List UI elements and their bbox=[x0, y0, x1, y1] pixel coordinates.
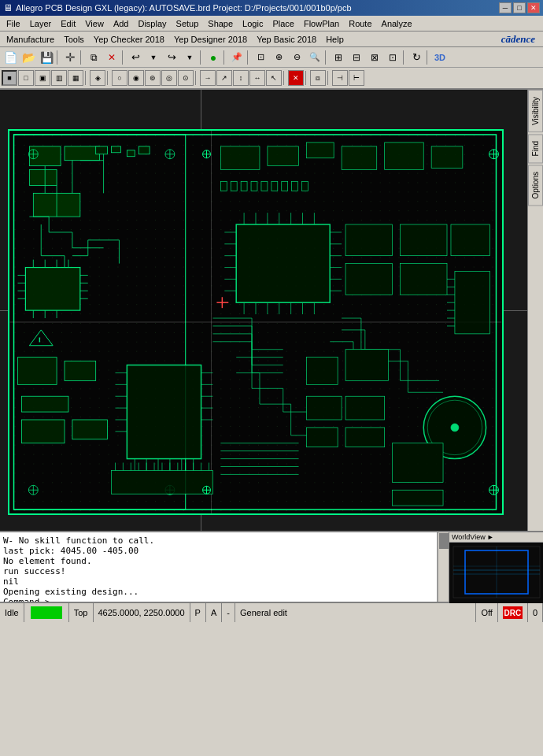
drc-indicator[interactable]: DRC bbox=[503, 606, 523, 619]
menu-view[interactable]: View bbox=[80, 17, 109, 30]
redo-down-button[interactable]: ▼ bbox=[181, 49, 198, 66]
menu-display[interactable]: Display bbox=[133, 17, 171, 30]
worldview-panel: WorldView ► bbox=[449, 532, 543, 602]
svg-rect-18 bbox=[127, 150, 135, 157]
status-drc: DRC bbox=[498, 603, 528, 622]
toolbar-1: 📄 📂 💾 ✛ ⧉ ✕ ↩ ▼ ↪ ▼ ● 📌 ⊡ ⊕ ⊖ 🔍 ⊞ ⊟ ⊠ ⊡ … bbox=[0, 47, 543, 68]
tb2-btn-14[interactable]: ↕ bbox=[233, 70, 249, 86]
open-button[interactable]: 📂 bbox=[20, 49, 37, 66]
svg-rect-90 bbox=[342, 146, 377, 170]
tb2-sep-4 bbox=[283, 71, 286, 85]
menu-tools[interactable]: Tools bbox=[59, 33, 89, 46]
menu-add[interactable]: Add bbox=[109, 17, 134, 30]
tb2-btn-3[interactable]: ▣ bbox=[35, 70, 50, 86]
status-off: Off bbox=[476, 603, 497, 622]
menu-logic[interactable]: Logic bbox=[238, 17, 268, 30]
tb2-btn-7[interactable]: ○ bbox=[112, 70, 127, 86]
sep-5 bbox=[223, 50, 227, 65]
svg-rect-183 bbox=[449, 543, 543, 602]
menu-yep-basic[interactable]: Yep Basic 2018 bbox=[252, 33, 321, 46]
tb2-btn-9[interactable]: ⊚ bbox=[145, 70, 161, 86]
zoom-next-button[interactable]: ⊡ bbox=[384, 49, 401, 66]
visibility-tab[interactable]: Visibility bbox=[528, 90, 543, 132]
find-tab[interactable]: Find bbox=[528, 134, 543, 163]
svg-rect-129 bbox=[345, 224, 393, 256]
ratsnest-button[interactable]: ● bbox=[205, 49, 222, 66]
copy-button[interactable]: ⧉ bbox=[85, 49, 102, 66]
zoom-fit-button[interactable]: ⊡ bbox=[252, 49, 269, 66]
zoom-out-button[interactable]: ⊖ bbox=[288, 49, 305, 66]
sep-8 bbox=[403, 50, 406, 65]
undo-button[interactable]: ↩ bbox=[127, 49, 144, 66]
zoom-pan-button[interactable]: ⊞ bbox=[330, 49, 347, 66]
3d-button[interactable]: 3D bbox=[431, 49, 449, 66]
maximize-button[interactable]: □ bbox=[513, 2, 526, 13]
tb2-btn-18[interactable]: ⊣ bbox=[332, 70, 348, 86]
tb2-btn-8[interactable]: ◉ bbox=[128, 70, 144, 86]
worldview-arrow[interactable]: ► bbox=[487, 533, 494, 541]
svg-rect-16 bbox=[96, 146, 108, 154]
status-mode: General edit bbox=[235, 603, 476, 622]
menu-analyze[interactable]: Analyze bbox=[377, 17, 417, 30]
tb2-sep-2 bbox=[107, 71, 110, 85]
right-panel: Visibility Find Options bbox=[527, 90, 543, 531]
svg-rect-92 bbox=[431, 146, 463, 169]
svg-rect-149 bbox=[345, 428, 385, 447]
menu-file[interactable]: File bbox=[2, 17, 25, 30]
worldview-content bbox=[449, 543, 543, 603]
close-button[interactable]: ✕ bbox=[527, 2, 540, 13]
tb2-btn-4[interactable]: ▥ bbox=[51, 70, 67, 86]
svg-rect-132 bbox=[345, 264, 393, 295]
tb2-btn-1[interactable]: ■ bbox=[2, 70, 17, 86]
tb2-btn-19[interactable]: ⊢ bbox=[349, 70, 364, 86]
menu-flowplan[interactable]: FlowPlan bbox=[299, 17, 344, 30]
toolbar-2: ■ □ ▣ ▥ ▦ ◈ ○ ◉ ⊚ ◎ ⊙ → ↗ ↕ ↔ ↖ ✕ ⧈ ⊣ ⊢ bbox=[0, 68, 543, 90]
save-button[interactable]: 💾 bbox=[38, 49, 55, 66]
tb2-btn-10[interactable]: ◎ bbox=[161, 70, 177, 86]
svg-rect-146 bbox=[306, 358, 338, 385]
options-tab[interactable]: Options bbox=[528, 165, 543, 206]
refresh-button[interactable]: ↻ bbox=[408, 49, 425, 66]
tb2-btn-11[interactable]: ⊙ bbox=[178, 70, 194, 86]
menu-setup[interactable]: Setup bbox=[172, 17, 204, 30]
zoom-in-button[interactable]: ⊕ bbox=[270, 49, 287, 66]
menu-help[interactable]: Help bbox=[321, 33, 349, 46]
tb2-btn-12[interactable]: → bbox=[200, 70, 216, 86]
tb2-btn-2[interactable]: □ bbox=[18, 70, 34, 86]
tb2-btn-15[interactable]: ↔ bbox=[249, 70, 265, 86]
menu-yep-designer[interactable]: Yep Designer 2018 bbox=[169, 33, 252, 46]
tb2-btn-5[interactable]: ▦ bbox=[68, 70, 83, 86]
menu-edit[interactable]: Edit bbox=[56, 17, 80, 30]
status-p[interactable]: P bbox=[190, 603, 206, 622]
tb2-btn-17[interactable]: ⧈ bbox=[310, 70, 326, 86]
menu-shape[interactable]: Shape bbox=[203, 17, 238, 30]
menu-route[interactable]: Route bbox=[344, 17, 376, 30]
status-a[interactable]: A bbox=[206, 603, 222, 622]
menu-place[interactable]: Place bbox=[268, 17, 299, 30]
svg-rect-100 bbox=[292, 181, 298, 191]
redo-button[interactable]: ↪ bbox=[163, 49, 180, 66]
minimize-button[interactable]: ─ bbox=[499, 2, 512, 13]
delete-button[interactable]: ✕ bbox=[103, 49, 120, 66]
menu-yep-checker[interactable]: Yep Checker 2018 bbox=[89, 33, 169, 46]
menu-manufacture[interactable]: Manufacture bbox=[2, 33, 59, 46]
stop-button[interactable]: ✕ bbox=[288, 70, 304, 86]
zoom-area-button[interactable]: ⊟ bbox=[348, 49, 365, 66]
undo-down-button[interactable]: ▼ bbox=[145, 49, 162, 66]
console-command[interactable]: Command > bbox=[3, 597, 434, 602]
new-button[interactable]: 📄 bbox=[2, 49, 19, 66]
tb2-btn-6[interactable]: ◈ bbox=[90, 70, 105, 86]
pcb-canvas-area[interactable]: ! bbox=[0, 90, 527, 531]
menu-layer[interactable]: Layer bbox=[25, 17, 57, 30]
zoom-select-button[interactable]: 🔍 bbox=[306, 49, 323, 66]
pin-button[interactable]: 📌 bbox=[228, 49, 246, 66]
svg-rect-157 bbox=[393, 490, 443, 506]
tb2-btn-16[interactable]: ↖ bbox=[266, 70, 282, 86]
tb2-btn-13[interactable]: ↗ bbox=[216, 70, 232, 86]
svg-rect-94 bbox=[231, 181, 237, 191]
zoom-prev-button[interactable]: ⊠ bbox=[366, 49, 383, 66]
console-scrollbar[interactable] bbox=[438, 532, 449, 602]
sep-7 bbox=[325, 50, 328, 65]
svg-rect-39 bbox=[65, 361, 96, 381]
crosshair-button[interactable]: ✛ bbox=[61, 49, 79, 66]
